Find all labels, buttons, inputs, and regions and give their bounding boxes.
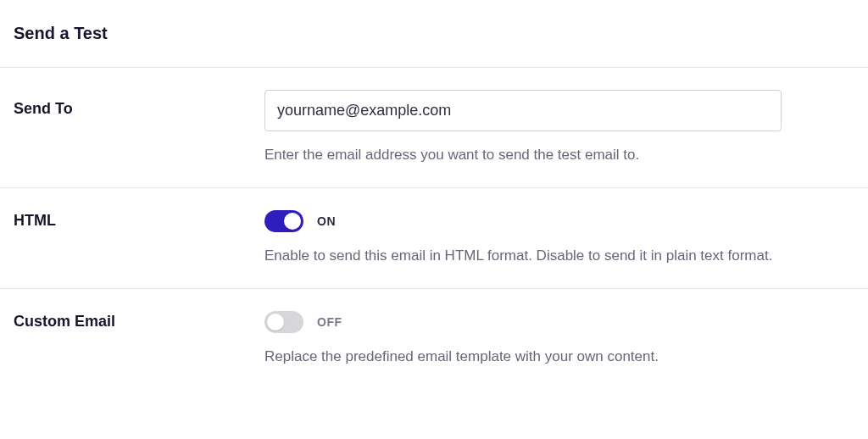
row-custom-email: Custom Email OFF Replace the predefined … — [0, 289, 868, 389]
send-to-input[interactable] — [264, 90, 782, 131]
row-html: HTML ON Enable to send this email in HTM… — [0, 188, 868, 289]
custom-email-label: Custom Email — [14, 311, 264, 331]
row-send-to: Send To Enter the email address you want… — [0, 68, 868, 188]
custom-email-toggle-state: OFF — [317, 315, 342, 329]
section-title: Send a Test — [0, 0, 868, 68]
html-help: Enable to send this email in HTML format… — [264, 246, 854, 266]
toggle-knob-icon — [284, 213, 301, 230]
custom-email-help: Replace the predefined email template wi… — [264, 347, 854, 367]
html-label: HTML — [14, 210, 264, 230]
send-to-help: Enter the email address you want to send… — [264, 145, 854, 165]
custom-email-toggle[interactable] — [264, 311, 303, 333]
toggle-knob-icon — [267, 314, 284, 331]
html-toggle-state: ON — [317, 214, 336, 228]
send-to-label: Send To — [14, 90, 264, 118]
html-toggle[interactable] — [264, 210, 303, 232]
